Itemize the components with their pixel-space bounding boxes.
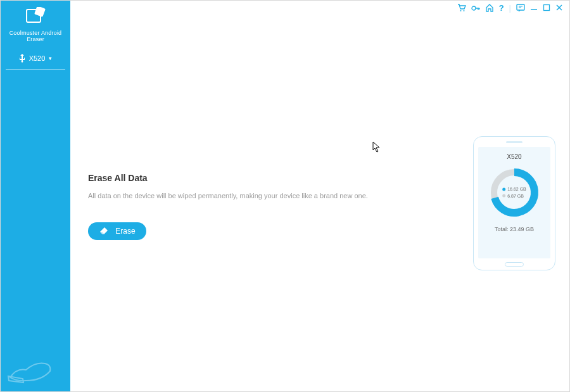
key-icon[interactable]	[471, 4, 480, 12]
page-title: Erase All Data	[88, 173, 392, 183]
erase-button[interactable]: Erase	[88, 222, 146, 240]
home-icon[interactable]	[485, 4, 494, 12]
cart-icon[interactable]	[457, 4, 466, 12]
minimize-button[interactable]	[530, 4, 538, 11]
phone-speaker-icon	[506, 141, 522, 143]
feedback-icon[interactable]	[516, 4, 525, 12]
eraser-icon	[99, 227, 109, 236]
svg-point-2	[460, 10, 461, 11]
page-description: All data on the device will be wiped per…	[88, 192, 392, 199]
usb-icon	[19, 54, 25, 63]
svg-point-4	[472, 6, 476, 10]
app-brand: Coolmuster Android Eraser	[1, 1, 70, 42]
main-area: Erase All Data All data on the device wi…	[70, 15, 569, 391]
app-logo-icon	[24, 7, 47, 25]
sidebar: Coolmuster Android Eraser X520 ▾	[1, 1, 70, 391]
svg-rect-6	[544, 5, 550, 11]
hand-eraser-icon	[7, 346, 58, 384]
mouse-cursor-icon	[372, 141, 381, 153]
storage-donut-chart: 16.62 GB 6.87 GB	[488, 167, 540, 218]
app-name: Coolmuster Android Eraser	[1, 30, 70, 42]
legend-used-label: 16.62 GB	[507, 187, 526, 191]
device-name: X520	[29, 54, 46, 62]
erase-button-label: Erase	[115, 227, 135, 236]
chevron-down-icon: ▾	[49, 55, 52, 61]
maximize-button[interactable]	[543, 4, 550, 11]
legend-free-dot	[502, 194, 505, 198]
titlebar: ? |	[70, 1, 569, 15]
legend-free-label: 6.87 GB	[507, 193, 524, 198]
storage-device-name: X520	[478, 153, 550, 160]
phone-home-icon	[505, 262, 524, 267]
titlebar-separator: |	[509, 4, 511, 12]
svg-rect-1	[34, 7, 46, 17]
help-button[interactable]: ?	[499, 4, 504, 12]
erase-panel: Erase All Data All data on the device wi…	[88, 173, 392, 240]
device-storage-card: X520 16.62 GB 6.87 GB Total: 23.49 GB	[473, 136, 555, 270]
close-button[interactable]	[555, 4, 563, 11]
legend-used-dot	[502, 187, 505, 191]
svg-point-3	[463, 10, 464, 11]
storage-total: Total: 23.49 GB	[478, 226, 550, 232]
device-selector[interactable]: X520 ▾	[6, 54, 65, 70]
phone-screen: X520 16.62 GB 6.87 GB Total: 23.49 GB	[478, 147, 550, 258]
storage-legend: 16.62 GB 6.87 GB	[502, 186, 526, 199]
